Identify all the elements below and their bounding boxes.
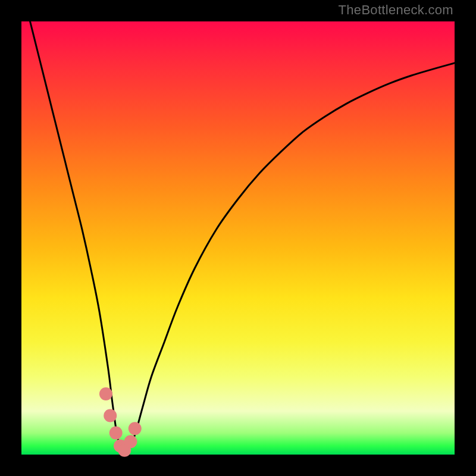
plot-area (21, 21, 455, 455)
marker-point (124, 435, 137, 448)
marker-point (104, 409, 117, 422)
chart-frame: TheBottleneck.com (0, 0, 476, 476)
bottleneck-curve-path (21, 0, 455, 455)
marker-point (99, 387, 112, 400)
curve-layer (21, 21, 455, 455)
marker-point (109, 427, 123, 440)
marker-point (129, 422, 142, 435)
marker-group (99, 387, 142, 457)
watermark-text: TheBottleneck.com (339, 2, 453, 18)
